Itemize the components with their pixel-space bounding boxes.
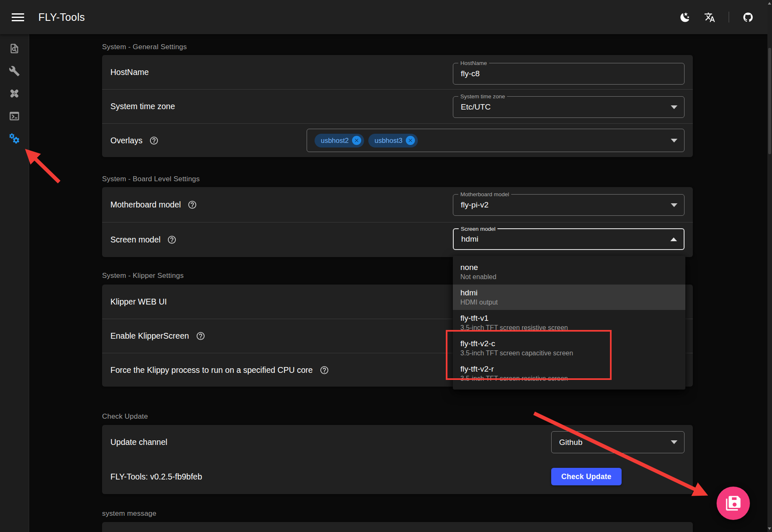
chevron-down-icon bbox=[671, 440, 677, 444]
section-title-system-message: system message bbox=[102, 510, 156, 518]
console-icon bbox=[9, 110, 20, 122]
menu-item-description: HDMI output bbox=[460, 299, 678, 306]
hostname-field-label: HostName bbox=[458, 59, 489, 67]
klipper-webui-label: Klipper WEB UI bbox=[110, 297, 167, 307]
screen-model-value: hdmi bbox=[461, 235, 478, 244]
motherboard-field-label: Motherboard model bbox=[458, 190, 511, 198]
menu-item-none[interactable]: none Not enabled bbox=[453, 259, 685, 285]
section-title-klipper: System - Klipper Settings bbox=[102, 272, 184, 280]
update-channel-select[interactable]: Github bbox=[551, 431, 685, 453]
row-timezone: System time zone System time zone Etc/UT… bbox=[102, 89, 693, 123]
scrollbar[interactable] bbox=[767, 0, 772, 532]
chevron-down-icon bbox=[671, 139, 677, 142]
row-hostname: HostName HostName fly-c8 bbox=[102, 55, 693, 89]
save-fab-button[interactable] bbox=[717, 487, 750, 520]
timezone-field-label: System time zone bbox=[458, 92, 507, 100]
github-icon[interactable] bbox=[742, 12, 754, 23]
app-bar: FLY-Tools bbox=[0, 0, 772, 34]
row-motherboard: Motherboard model Motherboard model fly-… bbox=[102, 187, 693, 222]
menu-item-label: hdmi bbox=[460, 288, 678, 297]
update-channel-label: Update channel bbox=[110, 437, 167, 447]
annotation-rectangle bbox=[446, 330, 612, 380]
motherboard-row-label: Motherboard model bbox=[110, 200, 181, 210]
bandage-icon bbox=[9, 88, 20, 99]
chevron-down-icon bbox=[671, 105, 677, 109]
dark-mode-moon-icon[interactable] bbox=[680, 12, 691, 23]
row-update-channel: Update channel Github bbox=[102, 425, 693, 460]
sidebar-item-tools[interactable] bbox=[5, 60, 25, 82]
motherboard-select[interactable]: Motherboard model fly-pi-v2 bbox=[453, 194, 685, 216]
cogs-icon bbox=[9, 133, 20, 144]
help-icon[interactable] bbox=[320, 365, 329, 375]
menu-item-label: none bbox=[460, 263, 678, 272]
sidebar-item-system-settings[interactable] bbox=[5, 127, 25, 150]
translate-icon[interactable] bbox=[704, 12, 715, 23]
screen-model-field-label: Screen model bbox=[459, 225, 497, 233]
save-all-icon bbox=[725, 495, 741, 511]
help-icon[interactable] bbox=[149, 136, 159, 145]
overlays-select[interactable]: usbhost2 usbhost3 bbox=[307, 129, 685, 152]
scrollbar-up-icon[interactable] bbox=[768, 2, 771, 5]
timezone-value: Etc/UTC bbox=[461, 102, 491, 112]
help-icon[interactable] bbox=[167, 235, 177, 245]
section-title-board: System - Board Level Settings bbox=[102, 175, 200, 183]
card-board-settings: Motherboard model Motherboard model fly-… bbox=[102, 187, 693, 257]
help-icon[interactable] bbox=[196, 331, 205, 341]
chip-label: usbhost3 bbox=[375, 137, 402, 145]
menu-item-label: fly-tft-v1 bbox=[460, 314, 678, 323]
close-icon[interactable] bbox=[352, 136, 361, 145]
menu-icon[interactable] bbox=[12, 11, 24, 23]
card-system-message bbox=[102, 522, 693, 532]
overlays-row-label: Overlays bbox=[110, 136, 142, 145]
hostname-value: fly-c8 bbox=[461, 69, 480, 78]
row-screen-model: Screen model Screen model hdmi bbox=[102, 222, 693, 257]
wrench-icon bbox=[9, 65, 20, 77]
screen-model-select[interactable]: Screen model hdmi bbox=[453, 228, 685, 250]
scrollbar-down-icon[interactable] bbox=[768, 527, 771, 530]
klipperscreen-label: Enable KlipperScreen bbox=[110, 331, 189, 341]
sidebar-item-file-search[interactable] bbox=[5, 37, 25, 60]
motherboard-value: fly-pi-v2 bbox=[461, 200, 489, 210]
sidebar-item-console[interactable] bbox=[5, 105, 25, 127]
hostname-input[interactable]: HostName fly-c8 bbox=[453, 63, 685, 85]
close-icon[interactable] bbox=[406, 136, 415, 145]
card-general-settings: HostName HostName fly-c8 System time zon… bbox=[102, 55, 693, 157]
card-check-update: Update channel Github FLY-Tools: v0.2.5-… bbox=[102, 425, 693, 494]
file-search-icon bbox=[9, 43, 20, 54]
row-overlays: Overlays usbhost2 usbhost3 bbox=[102, 123, 693, 157]
timezone-row-label: System time zone bbox=[110, 102, 175, 111]
row-version: FLY-Tools: v0.2.5-fb9bfeb Check Update bbox=[102, 460, 693, 494]
help-icon[interactable] bbox=[187, 200, 197, 210]
check-update-button[interactable]: Check Update bbox=[551, 468, 622, 485]
app-title: FLY-Tools bbox=[38, 11, 85, 23]
section-title-general: System - General Settings bbox=[102, 43, 187, 51]
scrollbar-thumb[interactable] bbox=[768, 48, 771, 154]
menu-item-hdmi[interactable]: hdmi HDMI output bbox=[453, 285, 685, 310]
screen-model-row-label: Screen model bbox=[110, 235, 160, 245]
chevron-up-icon bbox=[670, 237, 677, 241]
sidebar-item-patch[interactable] bbox=[5, 82, 25, 105]
menu-item-description: Not enabled bbox=[460, 273, 678, 281]
toolbar-divider bbox=[729, 12, 729, 22]
chip-label: usbhost2 bbox=[321, 137, 349, 145]
section-title-check-update: Check Update bbox=[102, 412, 148, 421]
hostname-row-label: HostName bbox=[110, 67, 149, 77]
sidebar bbox=[0, 34, 29, 532]
timezone-select[interactable]: System time zone Etc/UTC bbox=[453, 96, 685, 118]
overlay-chip[interactable]: usbhost2 bbox=[315, 134, 364, 147]
update-channel-value: Github bbox=[559, 438, 582, 447]
chevron-down-icon bbox=[671, 203, 677, 207]
overlay-chip[interactable]: usbhost3 bbox=[368, 134, 418, 147]
klippy-cpu-core-label: Force the Klippy process to run on a spe… bbox=[110, 365, 313, 375]
app-actions bbox=[680, 12, 754, 23]
version-label: FLY-Tools: v0.2.5-fb9bfeb bbox=[110, 472, 202, 482]
